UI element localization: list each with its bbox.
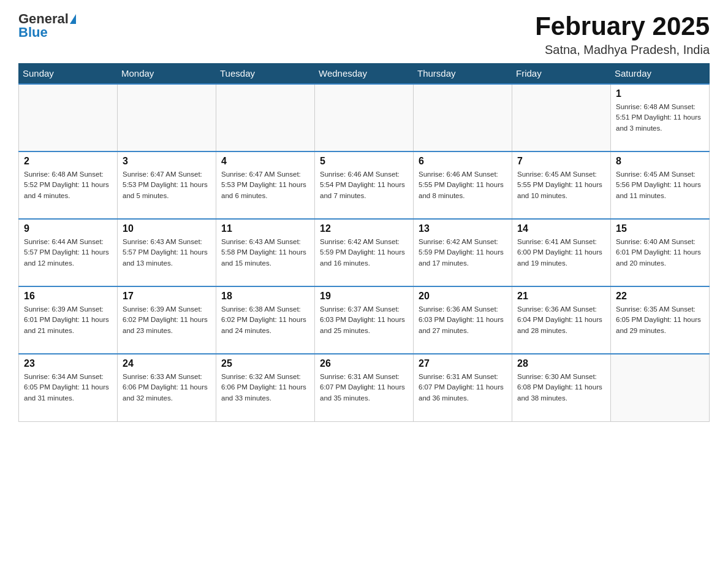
- day-info: Sunrise: 6:46 AM Sunset: 5:55 PM Dayligh…: [419, 169, 507, 201]
- day-number: 16: [24, 291, 112, 302]
- day-info: Sunrise: 6:42 AM Sunset: 5:59 PM Dayligh…: [419, 237, 507, 269]
- weekday-header-thursday: Thursday: [414, 63, 512, 84]
- day-info: Sunrise: 6:45 AM Sunset: 5:55 PM Dayligh…: [517, 169, 605, 201]
- calendar-cell: 8Sunrise: 6:45 AM Sunset: 5:56 PM Daylig…: [611, 151, 710, 219]
- page-header: General Blue February 2025 Satna, Madhya…: [18, 12, 710, 57]
- calendar-cell: 19Sunrise: 6:37 AM Sunset: 6:03 PM Dayli…: [315, 286, 414, 354]
- day-info: Sunrise: 6:37 AM Sunset: 6:03 PM Dayligh…: [320, 304, 408, 336]
- day-number: 7: [517, 156, 605, 167]
- day-info: Sunrise: 6:40 AM Sunset: 6:01 PM Dayligh…: [616, 237, 704, 269]
- calendar-cell: 17Sunrise: 6:39 AM Sunset: 6:02 PM Dayli…: [118, 286, 216, 354]
- day-number: 5: [320, 156, 408, 167]
- calendar-cell: 25Sunrise: 6:32 AM Sunset: 6:06 PM Dayli…: [216, 354, 315, 421]
- calendar-body: 1Sunrise: 6:48 AM Sunset: 5:51 PM Daylig…: [19, 84, 710, 421]
- day-info: Sunrise: 6:47 AM Sunset: 5:53 PM Dayligh…: [221, 169, 309, 201]
- day-info: Sunrise: 6:34 AM Sunset: 6:05 PM Dayligh…: [24, 372, 112, 404]
- day-number: 27: [419, 358, 507, 369]
- day-number: 2: [24, 156, 112, 167]
- calendar-cell: 22Sunrise: 6:35 AM Sunset: 6:05 PM Dayli…: [611, 286, 710, 354]
- calendar-cell: [118, 84, 216, 151]
- calendar-cell: 21Sunrise: 6:36 AM Sunset: 6:04 PM Dayli…: [512, 286, 611, 354]
- day-info: Sunrise: 6:43 AM Sunset: 5:57 PM Dayligh…: [123, 237, 211, 269]
- day-number: 10: [123, 223, 211, 234]
- title-block: February 2025 Satna, Madhya Pradesh, Ind…: [535, 12, 710, 57]
- day-info: Sunrise: 6:33 AM Sunset: 6:06 PM Dayligh…: [123, 372, 211, 404]
- calendar-cell: 9Sunrise: 6:44 AM Sunset: 5:57 PM Daylig…: [19, 219, 118, 286]
- calendar-cell: 12Sunrise: 6:42 AM Sunset: 5:59 PM Dayli…: [315, 219, 414, 286]
- calendar-week-2: 9Sunrise: 6:44 AM Sunset: 5:57 PM Daylig…: [19, 219, 710, 286]
- day-number: 13: [419, 223, 507, 234]
- day-info: Sunrise: 6:39 AM Sunset: 6:02 PM Dayligh…: [123, 304, 211, 336]
- calendar-cell: 10Sunrise: 6:43 AM Sunset: 5:57 PM Dayli…: [118, 219, 216, 286]
- calendar-table: SundayMondayTuesdayWednesdayThursdayFrid…: [18, 63, 710, 422]
- month-title: February 2025: [535, 12, 710, 40]
- calendar-cell: 2Sunrise: 6:48 AM Sunset: 5:52 PM Daylig…: [19, 151, 118, 219]
- day-info: Sunrise: 6:44 AM Sunset: 5:57 PM Dayligh…: [24, 237, 112, 269]
- calendar-cell: 20Sunrise: 6:36 AM Sunset: 6:03 PM Dayli…: [414, 286, 512, 354]
- weekday-header-monday: Monday: [118, 63, 216, 84]
- calendar-cell: 3Sunrise: 6:47 AM Sunset: 5:53 PM Daylig…: [118, 151, 216, 219]
- calendar-cell: 6Sunrise: 6:46 AM Sunset: 5:55 PM Daylig…: [414, 151, 512, 219]
- weekday-header-wednesday: Wednesday: [315, 63, 414, 84]
- calendar-header: SundayMondayTuesdayWednesdayThursdayFrid…: [19, 63, 710, 84]
- weekday-header-tuesday: Tuesday: [216, 63, 315, 84]
- calendar-cell: 18Sunrise: 6:38 AM Sunset: 6:02 PM Dayli…: [216, 286, 315, 354]
- calendar-week-1: 2Sunrise: 6:48 AM Sunset: 5:52 PM Daylig…: [19, 151, 710, 219]
- day-number: 4: [221, 156, 309, 167]
- calendar-cell: 4Sunrise: 6:47 AM Sunset: 5:53 PM Daylig…: [216, 151, 315, 219]
- day-info: Sunrise: 6:48 AM Sunset: 5:52 PM Dayligh…: [24, 169, 112, 201]
- day-info: Sunrise: 6:47 AM Sunset: 5:53 PM Dayligh…: [123, 169, 211, 201]
- day-info: Sunrise: 6:42 AM Sunset: 5:59 PM Dayligh…: [320, 237, 408, 269]
- day-info: Sunrise: 6:30 AM Sunset: 6:08 PM Dayligh…: [517, 372, 605, 404]
- logo-blue-text: Blue: [18, 26, 76, 39]
- weekday-header-saturday: Saturday: [611, 63, 710, 84]
- day-number: 22: [616, 291, 704, 302]
- day-number: 24: [123, 358, 211, 369]
- day-number: 9: [24, 223, 112, 234]
- day-info: Sunrise: 6:31 AM Sunset: 6:07 PM Dayligh…: [320, 372, 408, 404]
- day-number: 12: [320, 223, 408, 234]
- calendar-cell: 26Sunrise: 6:31 AM Sunset: 6:07 PM Dayli…: [315, 354, 414, 421]
- day-info: Sunrise: 6:35 AM Sunset: 6:05 PM Dayligh…: [616, 304, 704, 336]
- calendar-cell: 1Sunrise: 6:48 AM Sunset: 5:51 PM Daylig…: [611, 84, 710, 151]
- calendar-cell: 11Sunrise: 6:43 AM Sunset: 5:58 PM Dayli…: [216, 219, 315, 286]
- day-number: 15: [616, 223, 704, 234]
- calendar-week-4: 23Sunrise: 6:34 AM Sunset: 6:05 PM Dayli…: [19, 354, 710, 421]
- calendar-cell: 24Sunrise: 6:33 AM Sunset: 6:06 PM Dayli…: [118, 354, 216, 421]
- calendar-week-0: 1Sunrise: 6:48 AM Sunset: 5:51 PM Daylig…: [19, 84, 710, 151]
- day-number: 28: [517, 358, 605, 369]
- calendar-cell: 28Sunrise: 6:30 AM Sunset: 6:08 PM Dayli…: [512, 354, 611, 421]
- calendar-cell: [315, 84, 414, 151]
- day-info: Sunrise: 6:39 AM Sunset: 6:01 PM Dayligh…: [24, 304, 112, 336]
- day-number: 18: [221, 291, 309, 302]
- calendar-cell: 16Sunrise: 6:39 AM Sunset: 6:01 PM Dayli…: [19, 286, 118, 354]
- calendar-cell: [414, 84, 512, 151]
- calendar-cell: 14Sunrise: 6:41 AM Sunset: 6:00 PM Dayli…: [512, 219, 611, 286]
- day-info: Sunrise: 6:48 AM Sunset: 5:51 PM Dayligh…: [616, 102, 704, 134]
- day-number: 11: [221, 223, 309, 234]
- day-number: 1: [616, 88, 704, 99]
- logo-general-text: General: [18, 12, 69, 26]
- day-info: Sunrise: 6:36 AM Sunset: 6:03 PM Dayligh…: [419, 304, 507, 336]
- calendar-cell: 13Sunrise: 6:42 AM Sunset: 5:59 PM Dayli…: [414, 219, 512, 286]
- day-number: 17: [123, 291, 211, 302]
- calendar-cell: 23Sunrise: 6:34 AM Sunset: 6:05 PM Dayli…: [19, 354, 118, 421]
- calendar-cell: [512, 84, 611, 151]
- calendar-cell: [216, 84, 315, 151]
- day-info: Sunrise: 6:38 AM Sunset: 6:02 PM Dayligh…: [221, 304, 309, 336]
- location-title: Satna, Madhya Pradesh, India: [535, 43, 710, 57]
- day-number: 8: [616, 156, 704, 167]
- day-info: Sunrise: 6:31 AM Sunset: 6:07 PM Dayligh…: [419, 372, 507, 404]
- calendar-cell: 5Sunrise: 6:46 AM Sunset: 5:54 PM Daylig…: [315, 151, 414, 219]
- calendar-cell: 15Sunrise: 6:40 AM Sunset: 6:01 PM Dayli…: [611, 219, 710, 286]
- day-info: Sunrise: 6:45 AM Sunset: 5:56 PM Dayligh…: [616, 169, 704, 201]
- day-info: Sunrise: 6:36 AM Sunset: 6:04 PM Dayligh…: [517, 304, 605, 336]
- day-number: 14: [517, 223, 605, 234]
- day-number: 23: [24, 358, 112, 369]
- day-number: 3: [123, 156, 211, 167]
- weekday-header-sunday: Sunday: [19, 63, 118, 84]
- day-info: Sunrise: 6:32 AM Sunset: 6:06 PM Dayligh…: [221, 372, 309, 404]
- day-number: 6: [419, 156, 507, 167]
- day-number: 20: [419, 291, 507, 302]
- day-info: Sunrise: 6:46 AM Sunset: 5:54 PM Dayligh…: [320, 169, 408, 201]
